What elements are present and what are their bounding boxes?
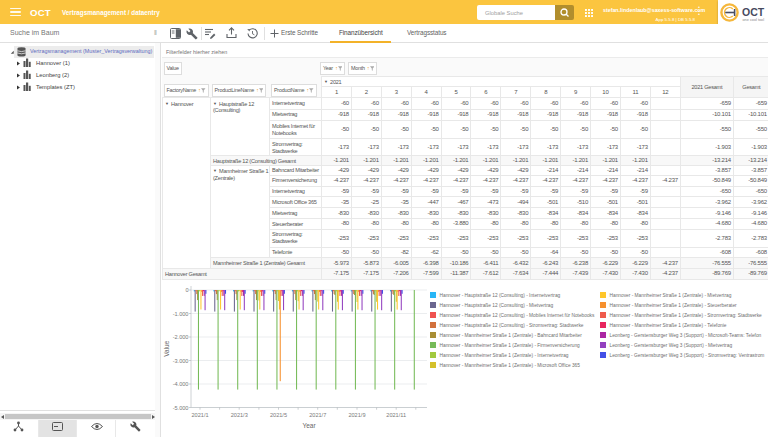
svg-text:Hannover - Mannheimer Straße 1: Hannover - Mannheimer Straße 1 (Zentrale… — [440, 343, 581, 348]
svg-text:Hannover - Mannheimer Straße 1: Hannover - Mannheimer Straße 1 (Zentrale… — [440, 363, 581, 368]
svg-text:Hannover - Mannheimer Straße 1: Hannover - Mannheimer Straße 1 (Zentrale… — [610, 313, 763, 318]
svg-text:2021/3: 2021/3 — [231, 412, 248, 418]
svg-text:2021/1: 2021/1 — [191, 412, 208, 418]
svg-text:Hannover - Hauptstraße 12 (Con: Hannover - Hauptstraße 12 (Consulting) -… — [440, 323, 584, 328]
svg-text:Leonberg - Gerstensburger Weg: Leonberg - Gerstensburger Weg 3 (Support… — [610, 333, 762, 338]
svg-text:Hannover - Mannheimer Straße 1: Hannover - Mannheimer Straße 1 (Zentrale… — [440, 353, 569, 358]
svg-text:Leonberg - Gerstensburger Weg: Leonberg - Gerstensburger Weg 3 (Support… — [610, 353, 765, 358]
svg-text:Value: Value — [163, 340, 170, 357]
svg-text:2021/11: 2021/11 — [386, 412, 406, 418]
svg-text:Year: Year — [302, 422, 316, 429]
svg-text:one cool tool: one cool tool — [743, 18, 765, 22]
svg-text:Leonberg - Gerstensburger Weg: Leonberg - Gerstensburger Weg 3 (Support… — [610, 343, 733, 348]
svg-text:Hannover - Mannheimer Straße 1: Hannover - Mannheimer Straße 1 (Zentrale… — [610, 303, 738, 308]
svg-text:Hannover - Hauptstraße 12 (Con: Hannover - Hauptstraße 12 (Consulting) -… — [440, 313, 596, 318]
svg-text:2021/5: 2021/5 — [270, 412, 287, 418]
svg-text:Hannover - Hauptstraße 12 (Con: Hannover - Hauptstraße 12 (Consulting) -… — [440, 303, 554, 308]
svg-text:2021/7: 2021/7 — [309, 412, 326, 418]
svg-text:-2.000: -2.000 — [173, 334, 189, 340]
svg-text:OCT: OCT — [742, 6, 765, 18]
svg-text:-3.000: -3.000 — [173, 358, 189, 364]
svg-text:Hannover - Mannheimer Straße 1: Hannover - Mannheimer Straße 1 (Zentrale… — [610, 323, 727, 328]
svg-text:-4.000: -4.000 — [173, 381, 189, 387]
svg-text:-1.000: -1.000 — [173, 311, 189, 317]
svg-text:Hannover - Mannheimer Straße 1: Hannover - Mannheimer Straße 1 (Zentrale… — [610, 293, 732, 298]
svg-text:Hannover - Mannheimer Straße 1: Hannover - Mannheimer Straße 1 (Zentrale… — [440, 333, 583, 338]
svg-text:0: 0 — [185, 287, 188, 293]
svg-text:-5.000: -5.000 — [173, 405, 189, 411]
svg-text:Hannover - Hauptstraße 12 (Con: Hannover - Hauptstraße 12 (Consulting) -… — [440, 293, 561, 298]
svg-text:2021/9: 2021/9 — [348, 412, 365, 418]
